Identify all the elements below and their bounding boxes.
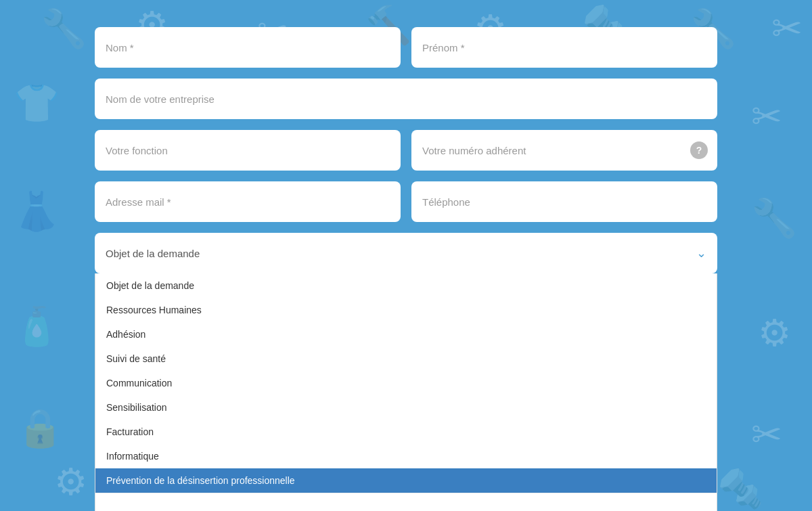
entreprise-input[interactable] — [95, 79, 717, 119]
dropdown-item-rh[interactable]: Ressources Humaines — [95, 298, 717, 322]
fonction-input[interactable] — [95, 130, 401, 171]
help-icon[interactable]: ? — [690, 141, 708, 159]
telephone-wrapper — [411, 181, 717, 222]
dropdown-item-sensibilisation[interactable]: Sensibilisation — [95, 395, 717, 420]
adresse-mail-wrapper — [95, 181, 401, 222]
dropdown-item-prevention[interactable]: Prévention de la désinsertion profession… — [95, 468, 717, 493]
objet-select-label: Objet de la demande — [106, 248, 200, 259]
row-objet: Objet de la demande ⌄ Objet de la demand… — [95, 233, 717, 511]
row-nom-prenom — [95, 27, 717, 68]
dropdown-item-facturation[interactable]: Facturation — [95, 420, 717, 444]
dropdown-item-communication[interactable]: Communication — [95, 371, 717, 395]
form-container: ? Objet de la demande ⌄ Objet de la dema… — [81, 0, 731, 511]
prenom-wrapper — [411, 27, 717, 68]
telephone-input[interactable] — [411, 181, 717, 222]
dropdown-item-informatique[interactable]: Informatique — [95, 444, 717, 468]
objet-select-wrapper: Objet de la demande ⌄ — [95, 233, 717, 273]
prenom-input[interactable] — [411, 27, 717, 68]
row-entreprise — [95, 79, 717, 119]
fonction-wrapper — [95, 130, 401, 171]
row-mail-telephone — [95, 181, 717, 222]
dropdown-item-sante[interactable]: Suivi de santé — [95, 347, 717, 371]
objet-select-display[interactable]: Objet de la demande ⌄ — [95, 233, 717, 273]
nom-wrapper — [95, 27, 401, 68]
dropdown-item-objet[interactable]: Objet de la demande — [95, 273, 717, 298]
numero-adherent-wrapper: ? — [411, 130, 717, 171]
dropdown-item-adhesion[interactable]: Adhésion — [95, 322, 717, 347]
objet-dropdown-list: Objet de la demande Ressources Humaines … — [95, 273, 717, 511]
message-textarea[interactable] — [95, 493, 717, 511]
chevron-down-icon: ⌄ — [696, 246, 706, 261]
nom-input[interactable] — [95, 27, 401, 68]
message-textarea-wrapper: ⋹ — [95, 493, 717, 511]
entreprise-wrapper — [95, 79, 717, 119]
row-fonction-adherent: ? — [95, 130, 717, 171]
adresse-mail-input[interactable] — [95, 181, 401, 222]
numero-adherent-input[interactable] — [411, 130, 717, 171]
